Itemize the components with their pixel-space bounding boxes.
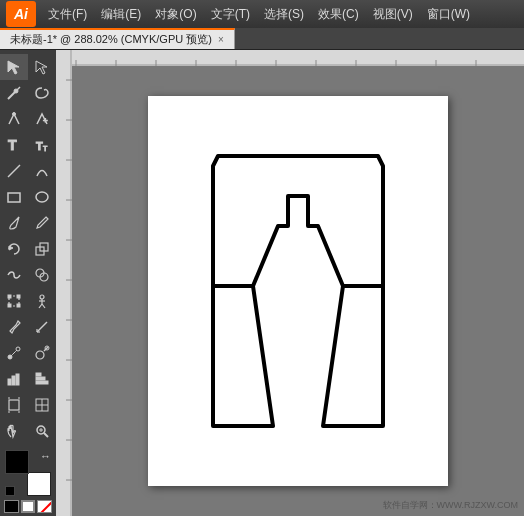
svg-rect-11 — [8, 193, 20, 202]
svg-point-23 — [40, 295, 44, 299]
svg-line-26 — [39, 304, 42, 308]
none-swatch[interactable] — [37, 500, 52, 513]
tool-row-1 — [0, 54, 56, 80]
main-layout: + T TT — [0, 50, 524, 516]
canvas-inner — [72, 66, 524, 516]
svg-line-28 — [37, 322, 47, 332]
artboard — [148, 96, 448, 486]
canvas-area: 软件自学网：WWW.RJZXW.COM — [56, 50, 524, 516]
pen-tool-button[interactable] — [0, 106, 28, 132]
watermark-text: 软件自学网：WWW.RJZXW.COM — [383, 499, 518, 512]
ruler-top — [56, 50, 524, 66]
column-graph-tool-button[interactable] — [0, 366, 28, 392]
menu-edit[interactable]: 编辑(E) — [95, 4, 147, 25]
tool-row-10 — [0, 288, 56, 314]
lasso-tool-button[interactable] — [28, 80, 56, 106]
free-transform-tool-button[interactable] — [0, 288, 28, 314]
magic-wand-tool-button[interactable] — [0, 80, 28, 106]
svg-text:T: T — [8, 137, 17, 153]
ruler-left — [56, 50, 72, 516]
pencil-tool-button[interactable] — [28, 210, 56, 236]
ai-logo: Ai — [6, 1, 36, 27]
svg-text:T: T — [36, 140, 43, 152]
line-tool-button[interactable] — [0, 158, 28, 184]
symbol-sprayer-tool-button[interactable] — [28, 340, 56, 366]
tool-row-3: + — [0, 106, 56, 132]
document-tab[interactable]: 未标题-1* @ 288.02% (CMYK/GPU 预览) × — [0, 28, 235, 49]
rotate-tool-button[interactable] — [0, 236, 28, 262]
tool-row-14 — [0, 392, 56, 418]
svg-point-4 — [14, 89, 18, 93]
toolbar: + T TT — [0, 50, 56, 516]
svg-line-51 — [44, 433, 48, 437]
tab-label: 未标题-1* @ 288.02% (CMYK/GPU 预览) — [10, 32, 212, 47]
artboard-tool-button[interactable] — [0, 392, 28, 418]
type-tool-button[interactable]: T — [0, 132, 28, 158]
tool-row-13 — [0, 366, 56, 392]
tool-row-5 — [0, 158, 56, 184]
rectangle-tool-button[interactable] — [0, 184, 28, 210]
tool-row-4: T TT — [0, 132, 56, 158]
swap-colors-icon[interactable]: ↔ — [40, 450, 51, 462]
arc-tool-button[interactable] — [28, 158, 56, 184]
zoom-tool-button[interactable] — [28, 418, 56, 444]
svg-line-27 — [42, 304, 45, 308]
paintbrush-tool-button[interactable] — [0, 210, 28, 236]
touch-type-tool-button[interactable]: TT — [28, 132, 56, 158]
measure-tool-button[interactable] — [28, 314, 56, 340]
background-color-swatch[interactable] — [27, 472, 51, 496]
hand-tool-button[interactable] — [0, 418, 28, 444]
selection-tool-button[interactable] — [0, 54, 28, 80]
menu-select[interactable]: 选择(S) — [258, 4, 310, 25]
svg-rect-21 — [8, 304, 11, 307]
blend-tool-button[interactable] — [0, 340, 28, 366]
menu-object[interactable]: 对象(O) — [149, 4, 202, 25]
ellipse-tool-button[interactable] — [28, 184, 56, 210]
stroke-swatch[interactable] — [21, 500, 36, 513]
direct-selection-tool-button[interactable] — [28, 54, 56, 80]
scale-tool-button[interactable] — [28, 236, 56, 262]
tool-row-9 — [0, 262, 56, 288]
slice-tool-button[interactable] — [28, 392, 56, 418]
reset-colors-icon[interactable] — [5, 486, 15, 496]
shape-builder-tool-button[interactable] — [28, 262, 56, 288]
pants-shape — [198, 146, 398, 436]
tool-row-11 — [0, 314, 56, 340]
foreground-color-swatch[interactable] — [5, 450, 29, 474]
svg-rect-37 — [12, 376, 15, 385]
title-bar: Ai 文件(F) 编辑(E) 对象(O) 文字(T) 选择(S) 效果(C) 视… — [0, 0, 524, 28]
svg-text:T: T — [43, 145, 48, 152]
menu-file[interactable]: 文件(F) — [42, 4, 93, 25]
eyedropper-tool-button[interactable] — [0, 314, 28, 340]
svg-rect-54 — [56, 50, 524, 66]
bar-graph-tool-button[interactable] — [28, 366, 56, 392]
menu-window[interactable]: 窗口(W) — [421, 4, 476, 25]
tool-row-8 — [0, 236, 56, 262]
svg-text:+: + — [43, 116, 48, 125]
color-section: ↔ — [0, 444, 56, 516]
menu-type[interactable]: 文字(T) — [205, 4, 256, 25]
menu-effect[interactable]: 效果(C) — [312, 4, 365, 25]
svg-point-12 — [36, 192, 48, 202]
warp-tool-button[interactable] — [0, 262, 28, 288]
svg-rect-42 — [9, 400, 19, 410]
tool-row-2 — [0, 80, 56, 106]
tool-row-12 — [0, 340, 56, 366]
tool-row-6 — [0, 184, 56, 210]
svg-rect-39 — [36, 373, 41, 376]
add-anchor-tool-button[interactable]: + — [28, 106, 56, 132]
tab-close-button[interactable]: × — [218, 34, 224, 45]
svg-marker-13 — [9, 246, 13, 250]
menu-view[interactable]: 视图(V) — [367, 4, 419, 25]
svg-point-5 — [13, 113, 16, 116]
menu-bar: 文件(F) 编辑(E) 对象(O) 文字(T) 选择(S) 效果(C) 视图(V… — [42, 4, 518, 25]
tool-row-15 — [0, 418, 56, 444]
svg-rect-41 — [36, 381, 48, 384]
puppet-warp-tool-button[interactable] — [28, 288, 56, 314]
svg-rect-19 — [8, 295, 11, 298]
svg-rect-36 — [8, 379, 11, 385]
fill-swatch[interactable] — [4, 500, 19, 513]
svg-marker-1 — [36, 61, 47, 74]
svg-rect-22 — [17, 304, 20, 307]
svg-marker-0 — [8, 61, 19, 74]
